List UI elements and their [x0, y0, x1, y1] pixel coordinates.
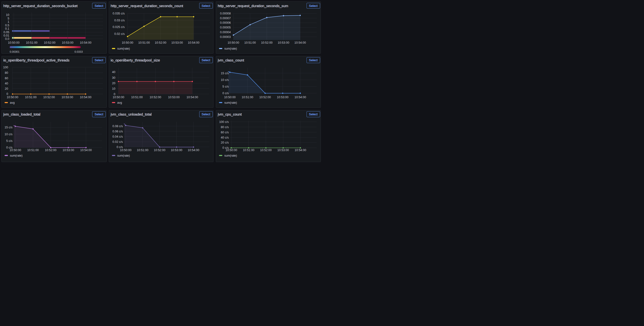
svg-text:10:50:00: 10:50:00 — [112, 95, 124, 99]
svg-text:10 c/s: 10 c/s — [220, 78, 228, 81]
svg-text:0.00003: 0.00003 — [220, 35, 230, 39]
svg-text:sum(rate): sum(rate) — [117, 47, 130, 50]
svg-text:40 c/s: 40 c/s — [220, 136, 228, 139]
svg-text:0.035 c/s: 0.035 c/s — [112, 12, 125, 15]
svg-text:0 c/s: 0 c/s — [116, 145, 122, 149]
svg-text:0.04 c/s: 0.04 c/s — [112, 135, 123, 138]
svg-text:0.08 c/s: 0.08 c/s — [112, 124, 123, 128]
svg-text:10:53:00: 10:53:00 — [277, 149, 289, 152]
svg-text:10:51:00: 10:51:00 — [138, 41, 150, 44]
svg-text:100: 100 — [3, 65, 8, 69]
svg-text:10:52:00: 10:52:00 — [43, 95, 55, 99]
svg-text:40: 40 — [5, 82, 8, 85]
svg-text:10: 10 — [6, 13, 9, 16]
svg-text:0.025 c/s: 0.025 c/s — [112, 25, 125, 29]
svg-text:10:54:00: 10:54:00 — [80, 41, 92, 44]
svg-text:10:51:00: 10:51:00 — [27, 149, 39, 152]
svg-text:sum(rate): sum(rate) — [10, 154, 22, 157]
svg-text:10 c/s: 10 c/s — [4, 132, 12, 136]
svg-text:avg: avg — [117, 101, 122, 104]
svg-text:10:50:00: 10:50:00 — [7, 95, 18, 99]
svg-text:0.03 c/s: 0.03 c/s — [114, 19, 125, 22]
svg-text:10:51:00: 10:51:00 — [244, 41, 256, 44]
svg-text:10:51:00: 10:51:00 — [242, 95, 253, 99]
svg-text:20: 20 — [112, 82, 115, 85]
svg-text:10:52:00: 10:52:00 — [154, 149, 165, 152]
svg-text:10: 10 — [112, 87, 115, 90]
svg-text:0: 0 — [6, 92, 8, 96]
svg-text:0.0333: 0.0333 — [74, 50, 83, 53]
svg-text:10:50:00: 10:50:00 — [10, 149, 21, 152]
svg-text:10:54:00: 10:54:00 — [294, 149, 306, 152]
svg-text:15 c/s: 15 c/s — [4, 126, 12, 129]
svg-text:10:51:00: 10:51:00 — [137, 149, 148, 152]
svg-text:0.5: 0.5 — [5, 24, 9, 27]
svg-text:10:50:00: 10:50:00 — [120, 149, 131, 152]
svg-text:10:54:00: 10:54:00 — [188, 41, 200, 44]
svg-text:0: 0 — [114, 92, 115, 96]
svg-text:40: 40 — [112, 70, 115, 74]
svg-text:0.00301: 0.00301 — [10, 50, 19, 53]
svg-text:0.00006: 0.00006 — [220, 21, 230, 24]
svg-text:10:52:00: 10:52:00 — [154, 41, 166, 44]
svg-text:10:50:00: 10:50:00 — [224, 95, 236, 99]
svg-text:10:53:00: 10:53:00 — [62, 41, 74, 44]
svg-text:10:52:00: 10:52:00 — [261, 41, 272, 44]
svg-text:60 c/s: 60 c/s — [220, 130, 228, 134]
svg-text:5 c/s: 5 c/s — [6, 139, 12, 143]
svg-text:0.00005: 0.00005 — [220, 26, 230, 29]
svg-text:10:52:00: 10:52:00 — [45, 149, 56, 152]
svg-text:0.06 c/s: 0.06 c/s — [112, 130, 123, 133]
svg-text:10:53:00: 10:53:00 — [278, 41, 289, 44]
svg-text:10:54:00: 10:54:00 — [80, 95, 92, 99]
svg-text:5: 5 — [8, 17, 9, 20]
svg-text:10:53:00: 10:53:00 — [62, 149, 74, 152]
svg-text:0.00004: 0.00004 — [220, 31, 230, 34]
svg-text:10:53:00: 10:53:00 — [62, 95, 73, 99]
svg-text:sum(rate): sum(rate) — [117, 154, 130, 157]
svg-text:10:50:00: 10:50:00 — [225, 149, 237, 152]
svg-text:5 c/s: 5 c/s — [222, 85, 228, 88]
svg-text:0.0: 0.0 — [5, 37, 9, 40]
svg-text:0 c/s: 0 c/s — [222, 92, 228, 95]
svg-text:10:51:00: 10:51:00 — [243, 149, 254, 152]
svg-text:10:50:00: 10:50:00 — [8, 41, 20, 44]
svg-text:10:52:00: 10:52:00 — [150, 95, 161, 99]
svg-text:10:53:00: 10:53:00 — [171, 149, 182, 152]
svg-text:10:54:00: 10:54:00 — [188, 149, 199, 152]
svg-text:10:52:00: 10:52:00 — [260, 149, 272, 152]
svg-text:0.05: 0.05 — [3, 31, 9, 34]
svg-text:sum(rate): sum(rate) — [224, 47, 237, 50]
svg-text:0.00007: 0.00007 — [220, 16, 230, 20]
svg-text:10:52:00: 10:52:00 — [44, 41, 55, 44]
svg-text:10:50:00: 10:50:00 — [228, 41, 239, 44]
svg-text:10:54:00: 10:54:00 — [294, 41, 306, 44]
svg-text:10:54:00: 10:54:00 — [80, 149, 92, 152]
svg-text:0.1: 0.1 — [5, 27, 9, 30]
svg-text:80 c/s: 80 c/s — [220, 125, 228, 129]
svg-text:0.02 c/s: 0.02 c/s — [112, 140, 123, 143]
svg-text:20 c/s: 20 c/s — [220, 141, 228, 144]
svg-text:10:50:00: 10:50:00 — [122, 41, 133, 44]
svg-text:10:54:00: 10:54:00 — [294, 95, 306, 99]
svg-text:sum(rate): sum(rate) — [224, 101, 237, 104]
svg-text:10:53:00: 10:53:00 — [168, 95, 180, 99]
svg-text:10:51:00: 10:51:00 — [26, 41, 38, 44]
svg-text:30: 30 — [112, 76, 115, 79]
svg-text:0.01: 0.01 — [3, 34, 9, 37]
svg-text:15 c/s: 15 c/s — [220, 71, 228, 75]
svg-text:80: 80 — [5, 71, 8, 74]
svg-text:1: 1 — [8, 20, 9, 23]
svg-text:0.00008: 0.00008 — [220, 12, 230, 15]
svg-text:10:54:00: 10:54:00 — [186, 95, 198, 99]
svg-text:10:51:00: 10:51:00 — [131, 95, 143, 99]
svg-text:10:52:00: 10:52:00 — [259, 95, 271, 99]
svg-text:0.02 c/s: 0.02 c/s — [114, 32, 125, 35]
svg-text:100 c/s: 100 c/s — [219, 120, 228, 124]
svg-text:sum(rate): sum(rate) — [224, 154, 237, 157]
svg-text:20: 20 — [5, 87, 8, 90]
svg-text:10:53:00: 10:53:00 — [171, 41, 183, 44]
svg-text:60: 60 — [5, 76, 8, 80]
svg-text:10:53:00: 10:53:00 — [277, 95, 288, 99]
svg-text:10:51:00: 10:51:00 — [25, 95, 36, 99]
